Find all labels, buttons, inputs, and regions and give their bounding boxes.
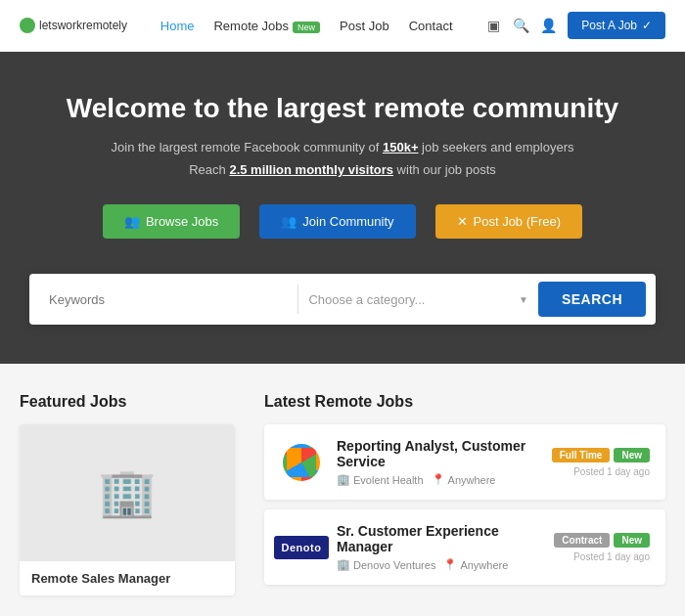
hero-subtitle2: Reach 2.5 million monthly visitors with …: [59, 162, 626, 177]
nav-links: Home Remote JobsNew Post Job Contact: [160, 19, 453, 33]
new-badge: New: [614, 448, 650, 462]
location-icon: 📍: [443, 558, 457, 571]
job-meta: 🏢 Evolent Health 📍 Anywhere: [337, 473, 538, 486]
post-job-button[interactable]: Post A Job ✓: [568, 12, 665, 39]
logo-text: letsworkremotely: [39, 19, 127, 32]
featured-section: Featured Jobs 🏢 Remote Sales Manager: [20, 393, 235, 595]
building-icon: 🏢: [98, 465, 157, 520]
hero-title: Welcome to the largest remote community: [59, 91, 626, 126]
hero-link-150k[interactable]: 150k+: [383, 140, 419, 154]
search-icon[interactable]: 🔍: [513, 18, 528, 33]
job-card[interactable]: Reporting Analyst, Customer Service 🏢 Ev…: [264, 424, 665, 500]
location: 📍 Anywhere: [443, 558, 508, 571]
job-badges: Full Time New Posted 1 day ago: [552, 448, 650, 477]
keywords-input[interactable]: [39, 285, 297, 315]
job-logo-ring: [280, 441, 323, 484]
nav-actions: ▣ 🔍 👤 Post A Job ✓: [485, 12, 665, 39]
posted-time: Posted 1 day ago: [573, 466, 650, 477]
posted-time: Posted 1 day ago: [573, 551, 650, 562]
company-name: 🏢 Evolent Health: [337, 473, 424, 486]
hero-buttons: 👥 Browse Jobs 👥 Join Community ✕ Post Jo…: [59, 204, 626, 239]
featured-title: Featured Jobs: [20, 393, 235, 411]
nav-home[interactable]: Home: [160, 19, 195, 33]
new-badge: New: [614, 533, 650, 548]
featured-job-title: Remote Sales Manager: [31, 571, 223, 586]
featured-job-card[interactable]: 🏢 Remote Sales Manager: [20, 424, 235, 595]
fulltime-badge: Full Time: [552, 448, 611, 462]
nav-remote-jobs[interactable]: Remote JobsNew: [213, 19, 320, 33]
hero-link-visitors[interactable]: 2.5 million monthly visitors: [229, 162, 393, 177]
badge-row: Contract New: [554, 533, 650, 548]
badge-row: Full Time New: [552, 448, 650, 462]
latest-section: Latest Remote Jobs Reporting Analyst, Cu…: [235, 393, 665, 595]
contract-badge: Contract: [554, 533, 610, 548]
navbar: letsworkremotely Home Remote JobsNew Pos…: [0, 0, 685, 52]
job-card[interactable]: Denoto Sr. Customer Experience Manager 🏢…: [264, 509, 665, 585]
hero-section: Welcome to the largest remote community …: [0, 52, 685, 297]
featured-job-image: 🏢: [20, 424, 235, 561]
nav-post-job[interactable]: Post Job: [340, 19, 389, 33]
job-title: Sr. Customer Experience Manager: [337, 523, 540, 554]
company-logo-ring: [283, 444, 320, 481]
job-info: Reporting Analyst, Customer Service 🏢 Ev…: [337, 438, 538, 486]
denovo-logo: Denoto: [274, 536, 330, 559]
job-title: Reporting Analyst, Customer Service: [337, 438, 538, 469]
logo: letsworkremotely: [20, 18, 127, 33]
job-badges: Contract New Posted 1 day ago: [554, 533, 650, 562]
category-select[interactable]: Choose a category...: [298, 285, 537, 315]
nav-contact[interactable]: Contact: [409, 19, 453, 33]
job-logo-denovo: Denoto: [280, 526, 323, 569]
user-icon[interactable]: 👤: [540, 18, 556, 33]
join-community-button[interactable]: 👥 Join Community: [259, 204, 415, 239]
company-icon: 🏢: [337, 473, 350, 486]
job-meta: 🏢 Denovo Ventures 📍 Anywhere: [337, 558, 540, 571]
post-icon: ✕: [457, 214, 468, 229]
browse-jobs-button[interactable]: 👥 Browse Jobs: [103, 204, 240, 239]
main-content: Featured Jobs 🏢 Remote Sales Manager Lat…: [0, 364, 685, 615]
featured-card-body: Remote Sales Manager: [20, 561, 235, 595]
location-icon: 📍: [432, 473, 445, 486]
hero-subtitle1: Join the largest remote Facebook communi…: [59, 140, 626, 154]
browse-icon: 👥: [124, 214, 140, 229]
remote-jobs-badge: New: [293, 22, 320, 33]
bookmark-icon[interactable]: ▣: [485, 18, 501, 33]
search-button[interactable]: SEARCH: [538, 282, 646, 317]
location: 📍 Anywhere: [432, 473, 496, 486]
category-wrapper: Choose a category...: [298, 285, 537, 315]
logo-icon: [20, 18, 35, 33]
post-job-icon: ✓: [642, 19, 652, 32]
post-job-free-button[interactable]: ✕ Post Job (Free): [435, 204, 583, 239]
latest-title: Latest Remote Jobs: [264, 393, 665, 411]
company-icon: 🏢: [337, 558, 350, 571]
company-name: 🏢 Denovo Ventures: [337, 558, 435, 571]
search-bar: Choose a category... SEARCH: [29, 274, 656, 325]
job-info: Sr. Customer Experience Manager 🏢 Denovo…: [337, 523, 540, 571]
join-icon: 👥: [281, 214, 297, 229]
